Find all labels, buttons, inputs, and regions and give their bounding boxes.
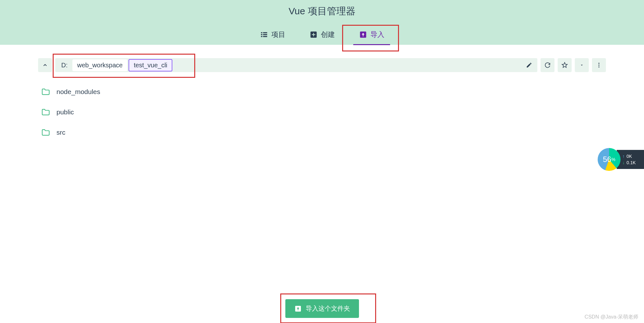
tab-projects-label: 项目 — [271, 30, 285, 39]
system-monitor-widget[interactable]: 56% ↑0K ↓0.1K — [598, 148, 644, 171]
svg-rect-8 — [312, 34, 315, 35]
upload-value: 0K — [627, 154, 632, 159]
cpu-percent-value: 56 — [603, 155, 611, 164]
tab-create[interactable]: 创建 — [304, 27, 341, 43]
page-title: Vue 项目管理器 — [289, 5, 355, 18]
folder-icon — [41, 129, 50, 136]
annotation-highlight-import — [280, 293, 376, 323]
cpu-percent-gauge: 56% — [598, 148, 621, 171]
file-list: node_modules public src — [38, 82, 606, 143]
list-item[interactable]: node_modules — [38, 82, 606, 102]
svg-rect-3 — [263, 32, 267, 33]
svg-point-11 — [598, 64, 599, 65]
svg-point-12 — [598, 66, 599, 67]
favorite-button[interactable] — [558, 58, 572, 72]
tab-projects[interactable]: 项目 — [254, 27, 291, 43]
chevron-up-icon — [42, 62, 48, 68]
file-name: node_modules — [56, 88, 100, 96]
svg-point-10 — [598, 63, 599, 64]
refresh-icon — [544, 62, 551, 68]
dropdown-button[interactable] — [575, 58, 589, 72]
svg-rect-2 — [261, 36, 262, 37]
star-icon — [561, 62, 568, 68]
plus-box-icon — [309, 30, 318, 39]
folder-icon — [41, 109, 50, 116]
list-item[interactable]: public — [38, 102, 606, 122]
folder-icon — [41, 88, 50, 95]
pencil-icon — [526, 62, 532, 68]
svg-rect-5 — [263, 36, 267, 37]
svg-rect-1 — [261, 34, 262, 35]
file-name: public — [56, 108, 74, 116]
more-vert-icon — [596, 62, 602, 68]
list-icon — [260, 30, 268, 39]
annotation-highlight-tab — [342, 25, 399, 51]
upload-line: ↑0K — [622, 154, 644, 159]
svg-rect-0 — [261, 32, 262, 33]
up-directory-button[interactable] — [38, 58, 52, 72]
arrow-up-icon: ↑ — [622, 154, 625, 159]
arrow-down-icon: ↓ — [622, 160, 625, 165]
tab-create-label: 创建 — [321, 30, 335, 39]
caret-down-icon — [580, 63, 584, 67]
download-line: ↓0.1K — [622, 160, 644, 165]
file-name: src — [56, 129, 65, 136]
path-toolbar: D: web_workspace test_vue_cli — [38, 58, 606, 72]
edit-path-button[interactable] — [523, 59, 535, 71]
svg-rect-4 — [263, 34, 267, 35]
import-button-wrap: 导入这个文件夹 — [285, 299, 359, 318]
download-value: 0.1K — [627, 160, 636, 165]
cpu-percent-suffix: % — [611, 157, 615, 162]
refresh-button[interactable] — [541, 58, 554, 72]
annotation-highlight-path — [53, 54, 195, 78]
watermark: CSDN @Java-呆萌老师 — [585, 314, 638, 320]
network-panel: ↑0K ↓0.1K — [617, 150, 644, 169]
list-item[interactable]: src — [38, 122, 606, 143]
more-button[interactable] — [592, 58, 606, 72]
app-header: Vue 项目管理器 项目 创建 导入 — [0, 0, 644, 45]
